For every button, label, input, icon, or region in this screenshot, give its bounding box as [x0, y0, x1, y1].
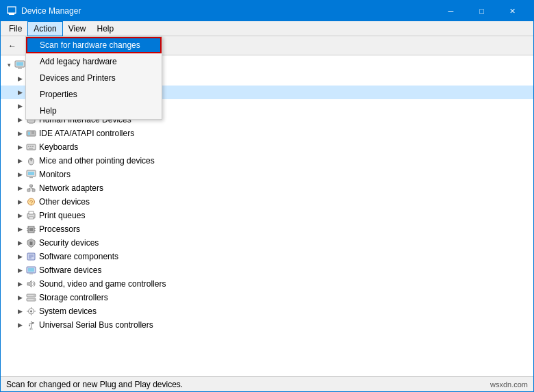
svg-rect-14 — [16, 62, 23, 66]
tree-node-sound[interactable]: ▶Sound, video and game controllers — [1, 277, 533, 291]
icon-network — [25, 183, 36, 194]
svg-rect-46 — [32, 189, 35, 192]
expander-sound: ▶ — [14, 278, 25, 289]
window-controls: ─ □ ✕ — [435, 1, 528, 21]
expander-hid: ▶ — [14, 114, 25, 125]
expander-network: ▶ — [14, 183, 25, 194]
label-keyboards: Keyboards — [39, 142, 78, 152]
expander-keyboards: ▶ — [14, 142, 25, 153]
label-monitors: Monitors — [39, 170, 71, 179]
menu-bar: File Action View Help Scan for hardware … — [1, 21, 533, 36]
expander-security: ▶ — [14, 237, 25, 248]
tree-node-mice[interactable]: ▶Mice and other pointing devices — [1, 154, 533, 168]
svg-rect-69 — [28, 268, 34, 272]
expander-system: ▶ — [14, 306, 25, 317]
icon-usb — [25, 319, 36, 330]
svg-point-74 — [34, 295, 35, 296]
svg-point-75 — [34, 299, 35, 300]
window-icon — [6, 5, 17, 16]
menu-action[interactable]: Action — [27, 21, 62, 36]
icon-other: ? — [25, 196, 36, 207]
tree-node-storage[interactable]: ▶Storage controllers — [1, 291, 533, 304]
icon-sound — [25, 278, 36, 289]
tree-node-other[interactable]: ▶?Other devices — [1, 195, 533, 209]
label-other: Other devices — [39, 197, 90, 207]
svg-rect-55 — [29, 217, 34, 219]
menu-view[interactable]: View — [63, 21, 92, 36]
icon-processors — [25, 224, 36, 235]
tree-node-ide[interactable]: ▶IDE ATA/ATAPI controllers — [1, 127, 533, 140]
svg-rect-43 — [28, 172, 34, 175]
expander-monitors: ▶ — [14, 169, 25, 180]
label-mice: Mice and other pointing devices — [39, 156, 155, 166]
dropdown-scan[interactable]: Scan for hardware changes — [26, 37, 162, 53]
icon-print-queues — [25, 210, 36, 221]
label-ide: IDE ATA/ATAPI controllers — [39, 129, 134, 138]
expander-storage: ▶ — [14, 292, 25, 303]
label-storage: Storage controllers — [39, 293, 108, 302]
label-processors: Processors — [39, 224, 80, 234]
expander-software-devices: ▶ — [14, 265, 25, 276]
svg-marker-71 — [27, 280, 31, 287]
icon-system — [25, 306, 36, 317]
minimize-button[interactable]: ─ — [435, 1, 466, 21]
label-software-devices: Software devices — [39, 265, 101, 275]
menu-file[interactable]: File — [3, 21, 27, 36]
svg-point-87 — [30, 328, 32, 330]
svg-rect-57 — [29, 228, 33, 231]
label-sound: Sound, video and game controllers — [39, 279, 166, 289]
label-security: Security devices — [39, 238, 99, 248]
svg-rect-45 — [27, 189, 30, 192]
svg-rect-54 — [29, 211, 34, 214]
expander-ide: ▶ — [14, 128, 25, 139]
tree-node-monitors[interactable]: ▶Monitors — [1, 168, 533, 181]
svg-rect-36 — [30, 146, 31, 147]
label-print-queues: Print queues — [39, 211, 85, 220]
svg-rect-37 — [32, 146, 34, 147]
label-software-components: Software components — [39, 252, 118, 261]
tree-node-keyboards[interactable]: ▶Keyboards — [1, 140, 533, 154]
label-system: System devices — [39, 306, 97, 316]
title-bar: Device Manager ─ □ ✕ — [1, 1, 533, 21]
svg-rect-31 — [28, 132, 30, 135]
tree-node-software-components[interactable]: ▶Software components — [1, 250, 533, 263]
svg-text:?: ? — [29, 199, 32, 206]
svg-rect-16 — [16, 67, 24, 68]
tree-node-software-devices[interactable]: ▶Software devices — [1, 263, 533, 277]
svg-rect-15 — [18, 68, 22, 69]
tree-node-security[interactable]: ▶Security devices — [1, 236, 533, 250]
expander-software-components: ▶ — [14, 251, 25, 262]
tree-node-print-queues[interactable]: ▶Print queues — [1, 209, 533, 222]
icon-software-devices — [25, 265, 36, 276]
root-expander: ▾ — [3, 60, 14, 70]
maximize-button[interactable]: □ — [466, 1, 497, 21]
tree-node-processors[interactable]: ▶Processors — [1, 222, 533, 236]
computer-icon — [14, 60, 25, 70]
svg-rect-47 — [29, 185, 32, 187]
svg-rect-2 — [8, 13, 16, 14]
svg-rect-44 — [29, 177, 33, 178]
tree-node-system[interactable]: ▶System devices — [1, 304, 533, 318]
window-title: Device Manager — [21, 6, 435, 16]
close-button[interactable]: ✕ — [497, 1, 528, 21]
expander-usb: ▶ — [14, 319, 25, 330]
tree-node-network[interactable]: ▶Network adapters — [1, 181, 533, 195]
svg-rect-0 — [8, 7, 16, 13]
dropdown-properties[interactable]: Properties — [26, 86, 162, 103]
icon-security — [25, 237, 36, 248]
status-bar: Scan for changed or new Plug and Play de… — [1, 376, 533, 391]
menu-help[interactable]: Help — [92, 21, 120, 36]
icon-monitors — [25, 169, 36, 180]
dropdown-help[interactable]: Help — [26, 103, 162, 119]
dropdown-devices-printers[interactable]: Devices and Printers — [26, 70, 162, 86]
expander-processors: ▶ — [14, 224, 25, 235]
svg-rect-84 — [32, 322, 34, 324]
dropdown-add-legacy[interactable]: Add legacy hardware — [26, 53, 162, 70]
expander-disk-drives: ▶ — [14, 73, 25, 84]
toolbar-back[interactable]: ← — [4, 38, 21, 53]
device-manager-window: Device Manager ─ □ ✕ File Action View He… — [0, 0, 534, 392]
status-right: wsxdn.com — [490, 380, 528, 389]
expander-firmware: ▶ — [14, 101, 25, 112]
tree-node-usb[interactable]: ▶Universal Serial Bus controllers — [1, 318, 533, 332]
expander-print-queues: ▶ — [14, 210, 25, 221]
